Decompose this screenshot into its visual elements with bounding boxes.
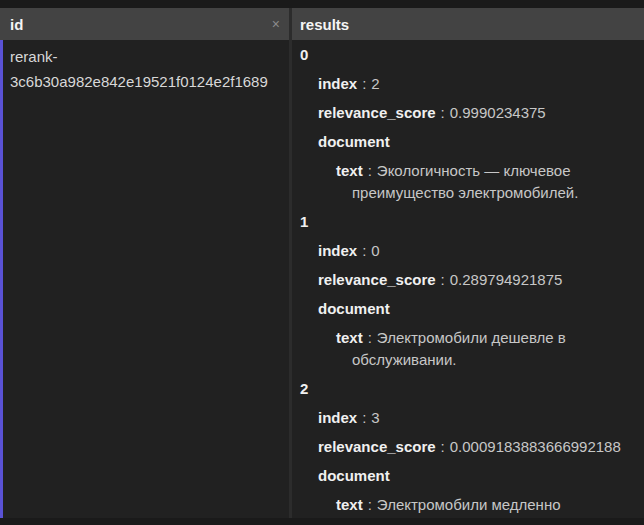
index-row: index:0	[318, 240, 636, 262]
key-value-separator: :	[441, 271, 445, 288]
key-value-separator: :	[362, 75, 366, 92]
field-key: text	[336, 496, 363, 513]
field-key: index	[318, 75, 357, 92]
column-header-results: results	[292, 8, 644, 40]
document-row: document	[318, 298, 636, 320]
text-row: text:Электромобили дешевле в обслуживани…	[336, 327, 636, 371]
field-value: 3	[371, 409, 379, 426]
relevance-score-row: relevance_score:0.0009183883666992188	[318, 436, 636, 458]
result-entry-0: 0 index:2 relevance_score:0.9990234375 d…	[300, 44, 636, 204]
index-row: index:3	[318, 407, 636, 429]
entry-key: 1	[300, 211, 636, 233]
field-key: relevance_score	[318, 271, 436, 288]
relevance-score-row: relevance_score:0.289794921875	[318, 269, 636, 291]
field-value: Электромобили медленно заряжаются.	[352, 496, 561, 518]
field-key: index	[318, 242, 357, 259]
field-value: 0.9990234375	[450, 104, 546, 121]
entry-key: 0	[300, 44, 636, 66]
field-value: 2	[371, 75, 379, 92]
id-value-cell[interactable]: rerank-3c6b30a982e842e19521f0124e2f1689	[10, 44, 282, 94]
key-value-separator: :	[441, 438, 445, 455]
text-row: text:Электромобили медленно заряжаются.	[336, 494, 636, 518]
column-results-body: 0 index:2 relevance_score:0.9990234375 d…	[292, 40, 644, 518]
column-header-results-label: results	[300, 16, 349, 33]
field-value: Электромобили дешевле в обслуживании.	[352, 329, 566, 368]
entry-key: 2	[300, 378, 636, 400]
column-header-id-label: id	[10, 16, 23, 33]
key-value-separator: :	[368, 329, 372, 346]
key-value-separator: :	[441, 104, 445, 121]
index-row: index:2	[318, 73, 636, 95]
field-key: relevance_score	[318, 438, 436, 455]
field-key: text	[336, 329, 363, 346]
field-value: 0.289794921875	[450, 271, 563, 288]
document-row: document	[318, 131, 636, 153]
close-icon[interactable]: ×	[272, 17, 280, 31]
column-results: results 0 index:2 relevance_score:0.9990…	[292, 8, 644, 518]
field-value: 0	[371, 242, 379, 259]
text-row: text:Экологичность — ключевое преимущест…	[336, 160, 636, 204]
relevance-score-row: relevance_score:0.9990234375	[318, 102, 636, 124]
document-row: document	[318, 465, 636, 487]
field-value: 0.0009183883666992188	[450, 438, 621, 455]
key-value-separator: :	[362, 409, 366, 426]
field-key: index	[318, 409, 357, 426]
column-id-body: rerank-3c6b30a982e842e19521f0124e2f1689	[0, 40, 289, 518]
key-value-separator: :	[362, 242, 366, 259]
column-header-id: id ×	[0, 8, 289, 40]
field-value: Экологичность — ключевое преимущество эл…	[352, 162, 578, 201]
field-key: relevance_score	[318, 104, 436, 121]
result-entry-2: 2 index:3 relevance_score:0.000918388366…	[300, 378, 636, 518]
response-table: id × rerank-3c6b30a982e842e19521f0124e2f…	[0, 8, 644, 518]
field-key: text	[336, 162, 363, 179]
column-id: id × rerank-3c6b30a982e842e19521f0124e2f…	[0, 8, 289, 518]
result-entry-1: 1 index:0 relevance_score:0.289794921875…	[300, 211, 636, 371]
key-value-separator: :	[368, 496, 372, 513]
key-value-separator: :	[368, 162, 372, 179]
